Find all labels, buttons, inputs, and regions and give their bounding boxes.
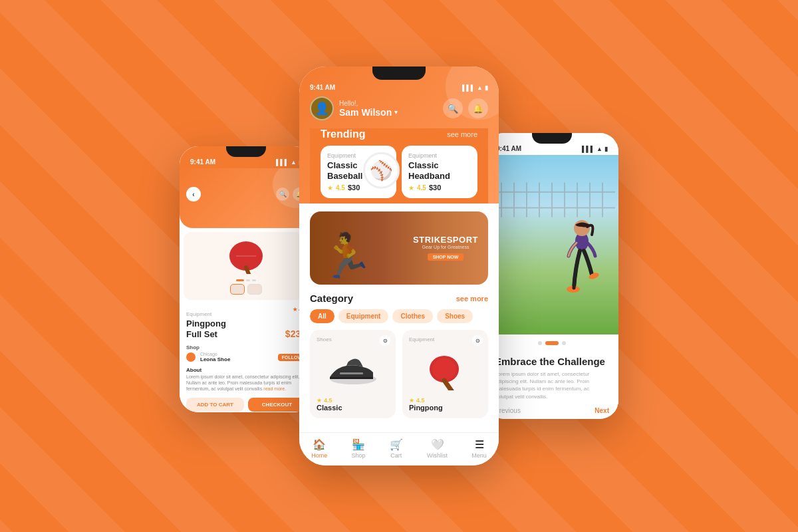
seller-avatar (186, 352, 196, 362)
pingpong-category: Equipment (409, 336, 481, 342)
read-more-link[interactable]: read more. (263, 386, 286, 391)
svg-line-7 (444, 380, 452, 390)
category-section: Category see more All Equipment Clothes … (310, 293, 488, 418)
right-phone: 9:41 AM ▌▌▌ ▲ ▮ (485, 133, 618, 419)
category-label: Equipment (186, 311, 211, 317)
trending-card-headband[interactable]: Equipment ClassicHeadband ★ 4.5 $30 (402, 146, 477, 198)
user-name: Sam Wilson (339, 107, 392, 118)
notification-button[interactable]: 🔔 (468, 98, 488, 118)
shoes-image (317, 344, 389, 397)
user-greeting: Hello!, (339, 100, 398, 107)
svg-point-6 (432, 358, 456, 380)
challenge-title: Embrace the Challenge (495, 356, 609, 367)
headband-footer: ★ 4.5 $30 (408, 184, 471, 192)
image-dots (189, 279, 303, 281)
search-button[interactable]: 🔍 (443, 98, 463, 118)
pingpong-star: ★ (409, 397, 414, 404)
seller-info: Chicago Leona Shoe (200, 352, 230, 362)
product-card-shoes[interactable]: Shoes ★ (310, 330, 396, 418)
center-white-area: 🏃 STRIKESPORT Gear Up for Greatness SHOP… (299, 203, 499, 432)
brand-text: STRIKESPORT (413, 235, 478, 245)
about-section: About Lorem ipsum dolor sit amet, consec… (180, 365, 313, 394)
pingpong-name: Pingpong (409, 404, 481, 412)
runner-svg (549, 201, 608, 334)
nav-shop[interactable]: 🏪 Shop (351, 438, 365, 459)
left-status-icons: ▌▌▌ ▲ ▮ (276, 159, 302, 166)
challenge-description: Lorem ipsum dolor sit amet, consectetur … (495, 370, 609, 400)
trending-section: Trending see more Equipment ClassicBaseb… (310, 128, 488, 203)
right-nav-row: Previous Next (495, 407, 609, 414)
headband-star: ★ (408, 184, 414, 192)
filter-shoes[interactable]: Shoes (437, 309, 473, 323)
thumb-row (189, 284, 303, 295)
seller-info-container: Chicago Leona Shoe (186, 352, 230, 362)
pingpong-image (409, 344, 481, 397)
dot-2-active[interactable] (545, 341, 559, 345)
product-name-line1: Pingpong (186, 319, 226, 329)
about-label: About (186, 367, 306, 373)
user-row: Hello!, Sam Wilson ▾ 🔍 🔔 (310, 91, 488, 128)
shop-label-nav: Shop (351, 452, 365, 459)
dot-3[interactable] (562, 341, 566, 345)
shoes-category: Shoes (317, 336, 389, 342)
thumb-2[interactable] (247, 284, 262, 295)
bottom-navigation: 🏠 Home 🏪 Shop 🛒 Cart 🤍 Wishlist ☰ (299, 432, 499, 466)
filter-all[interactable]: All (310, 309, 334, 323)
left-header-nav: ‹ 🔍 🔔 (180, 168, 313, 207)
menu-label: Menu (471, 452, 487, 459)
product-card-pingpong[interactable]: Equipment ★ 4 (402, 330, 488, 418)
banner-text: STRIKESPORT Gear Up for Greatness SHOP N… (413, 235, 478, 261)
wishlist-label: Wishlist (427, 452, 448, 459)
user-name-row: Sam Wilson ▾ (339, 107, 398, 118)
nav-wishlist[interactable]: 🤍 Wishlist (427, 438, 448, 459)
center-top-area: 9:41 AM ▌▌▌ ▲ ▮ Hello!, Sam Wils (299, 66, 499, 203)
add-to-cart-button[interactable]: ADD TO CART (186, 398, 244, 412)
category-see-more[interactable]: see more (456, 295, 488, 303)
category-filters: All Equipment Clothes Shoes (310, 309, 488, 323)
shop-label: Shop (186, 344, 306, 350)
about-text: Lorem ipsum dolor sit amet, consectetur … (186, 374, 306, 392)
back-button[interactable]: ‹ (186, 187, 201, 201)
headband-name: ClassicHeadband (408, 160, 471, 181)
runner-figure-container (549, 201, 608, 334)
trending-card-baseball[interactable]: Equipment ClassicBaseball ★ 4.5 $30 ⚾ (321, 146, 396, 198)
right-phone-content: 9:41 AM ▌▌▌ ▲ ▮ (485, 133, 618, 419)
seller-city: Chicago (200, 352, 230, 356)
pagination-dots (485, 334, 618, 350)
filter-equipment[interactable]: Equipment (338, 309, 389, 323)
user-left: Hello!, Sam Wilson ▾ (310, 96, 398, 120)
trending-title: Trending (321, 128, 366, 140)
left-time: 9:41 AM (190, 158, 215, 166)
trending-see-more[interactable]: see more (447, 130, 477, 138)
next-button[interactable]: Next (595, 407, 609, 414)
nav-home[interactable]: 🏠 Home (311, 438, 327, 459)
product-grid: Shoes ★ (310, 330, 488, 418)
dot-2 (252, 279, 256, 281)
shop-icon: 🏪 (352, 438, 365, 451)
product-category: Equipment ★ 4.5 (186, 307, 306, 319)
center-status-icons: ▌▌▌ ▲ ▮ (462, 84, 488, 91)
shoe-svg (327, 354, 380, 387)
product-info: Equipment ★ 4.5 Pingpong Full Set $230 (180, 304, 313, 342)
shop-now-button[interactable]: SHOP NOW (428, 253, 464, 261)
filter-clothes[interactable]: Clothes (392, 309, 433, 323)
thumb-1[interactable] (230, 284, 245, 295)
phones-container: 9:41 AM ▌▌▌ ▲ ▮ ‹ 🔍 🔔 (0, 0, 798, 532)
headband-rating: 4.5 (417, 184, 426, 192)
header-right-icons: 🔍 🔔 (443, 98, 488, 118)
center-wifi-icon: ▲ (477, 84, 483, 91)
checkout-button[interactable]: CHECKOUT (248, 398, 306, 412)
svg-rect-4 (340, 372, 363, 374)
right-time: 9:41 AM (496, 145, 521, 152)
shoes-star: ★ (317, 397, 322, 404)
chevron-down-icon[interactable]: ▾ (394, 108, 398, 116)
search-icon[interactable]: 🔍 (276, 188, 289, 201)
left-phone-notch (226, 146, 266, 157)
right-signal-icon: ▌▌▌ (582, 146, 595, 152)
baseball-image: ⚾ (363, 152, 400, 188)
wishlist-nav-icon: 🤍 (431, 438, 444, 451)
dot-1[interactable] (538, 341, 542, 345)
nav-cart[interactable]: 🛒 Cart (390, 438, 403, 459)
nav-menu[interactable]: ☰ Menu (471, 438, 487, 459)
cart-icon: 🛒 (390, 438, 403, 451)
